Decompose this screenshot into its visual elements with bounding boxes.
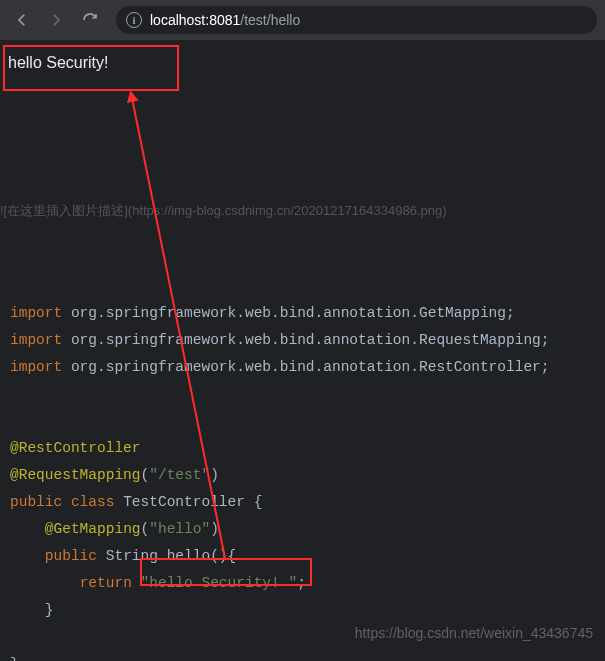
watermark: https://blog.csdn.net/weixin_43436745 — [355, 625, 593, 641]
browser-toolbar: i localhost:8081/test/hello — [0, 0, 605, 40]
url-host: localhost:8081 — [150, 12, 240, 28]
forward-button[interactable] — [42, 6, 70, 34]
highlight-box-return — [140, 558, 312, 586]
faint-caption: ![在这里插入图片描述](https://img-blog.csdnimg.cn… — [0, 202, 447, 220]
url-text: localhost:8081/test/hello — [150, 12, 300, 28]
address-bar[interactable]: i localhost:8081/test/hello — [116, 6, 597, 34]
site-info-icon[interactable]: i — [126, 12, 142, 28]
url-path: /test/hello — [240, 12, 300, 28]
reload-button[interactable] — [76, 6, 104, 34]
code-editor: import org.springframework.web.bind.anno… — [10, 300, 605, 661]
highlight-box-output — [3, 45, 179, 91]
back-button[interactable] — [8, 6, 36, 34]
